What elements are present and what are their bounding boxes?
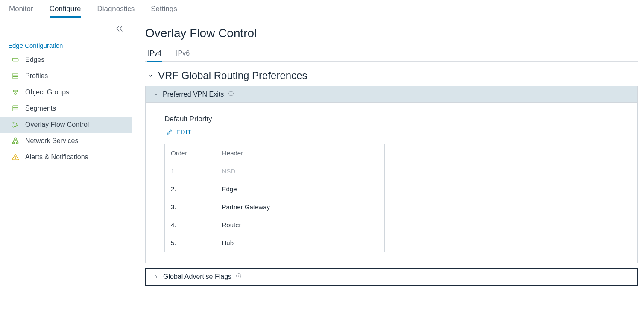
sidebar-section-header: Edge Configuration [0, 38, 132, 52]
tab-monitor[interactable]: Monitor [9, 5, 33, 18]
edit-button[interactable]: EDIT [166, 129, 618, 135]
info-icon[interactable] [236, 273, 242, 281]
tab-settings[interactable]: Settings [151, 5, 177, 18]
svg-point-25 [239, 275, 239, 275]
svg-point-6 [13, 90, 15, 92]
panel-title: Preferred VPN Exits [163, 91, 224, 98]
network-services-icon [12, 137, 19, 145]
priority-table: Order Header 1. NSD 2. Edge [164, 144, 385, 252]
svg-point-13 [13, 126, 14, 127]
svg-point-14 [17, 124, 18, 126]
sidebar-item-profiles[interactable]: Profiles [0, 68, 132, 84]
top-tabs: Monitor Configure Diagnostics Settings [0, 0, 643, 18]
table-row: 2. Edge [165, 180, 385, 198]
sub-tabs: IPv4 IPv6 [145, 48, 638, 62]
sidebar-item-label: Object Groups [25, 88, 69, 96]
tab-diagnostics[interactable]: Diagnostics [97, 5, 135, 18]
cell-order: 5. [165, 234, 216, 252]
overlay-flow-icon [12, 121, 19, 129]
default-priority-label: Default Priority [164, 115, 618, 123]
panel-preferred-vpn-exits-body: Default Priority EDIT Order Header 1. [145, 103, 638, 263]
svg-rect-9 [13, 106, 18, 111]
svg-point-19 [15, 158, 16, 159]
alerts-icon [12, 153, 19, 161]
panel-title: Global Advertise Flags [163, 273, 231, 281]
chevron-right-icon [154, 274, 159, 279]
page-title: Overlay Flow Control [145, 26, 638, 40]
tab-configure[interactable]: Configure [50, 5, 81, 18]
table-row: 4. Router [165, 216, 385, 234]
col-header: Header [216, 144, 385, 162]
cell-header: Router [216, 216, 385, 234]
cell-order: 2. [165, 180, 216, 198]
cell-order: 3. [165, 198, 216, 216]
subtab-ipv4[interactable]: IPv4 [147, 48, 162, 62]
cell-order: 1. [165, 162, 216, 180]
svg-point-7 [16, 90, 18, 92]
sidebar-item-object-groups[interactable]: Object Groups [0, 84, 132, 100]
sidebar-item-label: Profiles [25, 72, 48, 80]
segments-icon [12, 105, 19, 112]
panel-global-advertise-flags[interactable]: Global Advertise Flags [145, 268, 638, 286]
chevron-down-icon [153, 92, 158, 97]
edges-icon [12, 56, 19, 64]
cell-header: NSD [216, 162, 385, 180]
subtab-ipv6[interactable]: IPv6 [175, 48, 190, 61]
svg-rect-15 [15, 138, 17, 140]
sidebar-collapse-icon[interactable] [115, 24, 124, 35]
table-row: 3. Partner Gateway [165, 198, 385, 216]
sidebar: Edge Configuration Edges Profiles Object… [0, 18, 132, 312]
table-row: 1. NSD [165, 162, 385, 180]
section-vrf-header[interactable]: VRF Global Routing Preferences [145, 70, 638, 82]
sidebar-item-label: Alerts & Notifications [25, 153, 88, 161]
svg-rect-16 [12, 142, 15, 144]
edit-label: EDIT [176, 129, 192, 135]
svg-point-22 [231, 92, 231, 93]
info-icon[interactable] [228, 91, 234, 98]
sidebar-item-alerts[interactable]: Alerts & Notifications [0, 149, 132, 165]
sidebar-item-edges[interactable]: Edges [0, 52, 132, 68]
sidebar-item-segments[interactable]: Segments [0, 100, 132, 117]
sidebar-item-network-services[interactable]: Network Services [0, 133, 132, 149]
cell-header: Hub [216, 234, 385, 252]
sidebar-item-label: Edges [25, 56, 44, 64]
chevron-down-icon [147, 72, 154, 79]
pencil-icon [166, 129, 173, 135]
panel-preferred-vpn-exits-header[interactable]: Preferred VPN Exits [145, 86, 638, 103]
sidebar-item-label: Segments [25, 105, 56, 112]
svg-rect-3 [13, 73, 18, 79]
svg-point-12 [13, 122, 14, 123]
cell-header: Partner Gateway [216, 198, 385, 216]
svg-point-8 [15, 93, 17, 95]
svg-rect-17 [16, 142, 18, 144]
col-order: Order [165, 144, 216, 162]
table-row: 5. Hub [165, 234, 385, 252]
sidebar-item-label: Network Services [25, 137, 78, 145]
cell-header: Edge [216, 180, 385, 198]
sidebar-item-overlay-flow-control[interactable]: Overlay Flow Control [0, 117, 132, 133]
sidebar-item-label: Overlay Flow Control [25, 121, 89, 129]
profiles-icon [12, 72, 19, 80]
main-content: Overlay Flow Control IPv4 IPv6 VRF Globa… [132, 18, 643, 312]
section-title: VRF Global Routing Preferences [158, 70, 307, 82]
svg-rect-0 [12, 58, 18, 61]
cell-order: 4. [165, 216, 216, 234]
object-groups-icon [12, 88, 19, 96]
